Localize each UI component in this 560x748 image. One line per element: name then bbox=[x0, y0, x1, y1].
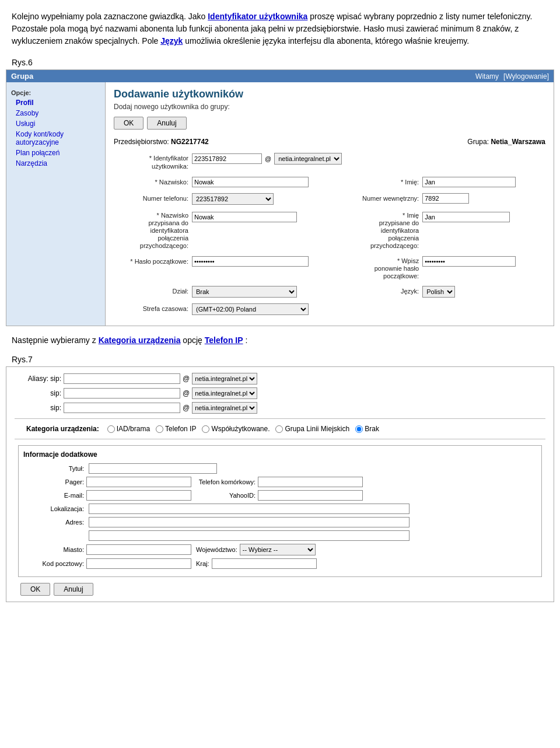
numer-wewnetrzny-input[interactable] bbox=[422, 193, 469, 204]
ok-button-bottom[interactable]: OK bbox=[20, 583, 50, 596]
ok-button-top[interactable]: OK bbox=[114, 117, 144, 130]
przedsiebiorstwo-label: Przedsiębiorstwo: bbox=[114, 138, 169, 146]
grupa-label: Grupa: bbox=[467, 138, 489, 146]
link-identyfikator[interactable]: Identyfikator użytkownika bbox=[208, 12, 307, 21]
cancel-button-bottom[interactable]: Anuluj bbox=[54, 583, 93, 596]
alias-input-3[interactable] bbox=[64, 403, 180, 413]
sidebar-link-zasoby[interactable]: Zasoby bbox=[16, 109, 38, 117]
sidebar-link-narzedzia[interactable]: Narzędzia bbox=[16, 159, 47, 167]
sidebar-link-kody[interactable]: Kody kont/kody autoryzacyjne bbox=[16, 130, 64, 146]
sidebar-link-plan[interactable]: Plan połączeń bbox=[16, 149, 60, 157]
sidebar-item-profil[interactable]: Profil bbox=[6, 97, 105, 108]
radio-glm-input[interactable] bbox=[275, 425, 283, 433]
alias-domain-select-3[interactable]: netia.integralnet.pl bbox=[192, 402, 257, 414]
kategoria-radio-row: Kategoria urządzenia: IAD/brama Telefon … bbox=[15, 425, 545, 433]
field-nazwisko-przypisana: * Nazwiskoprzypisana doidentyfikatorapoł… bbox=[114, 209, 344, 251]
pager-input[interactable] bbox=[86, 477, 191, 487]
sidebar-item-plan[interactable]: Plan połączeń bbox=[6, 148, 105, 158]
alias-input-1[interactable] bbox=[64, 373, 180, 384]
radio-telefon-ip: Telefon IP bbox=[156, 425, 196, 433]
right-spacer-strefa bbox=[344, 302, 545, 320]
alias-domain-select-1[interactable]: netia.integralnet.pl bbox=[192, 373, 257, 385]
strefa-select[interactable]: (GMT+02:00) Poland bbox=[192, 303, 309, 315]
radio-iad-input[interactable] bbox=[107, 425, 115, 433]
cancel-button-top[interactable]: Anuluj bbox=[147, 117, 186, 130]
imie-input[interactable] bbox=[422, 177, 516, 187]
dzial-label: Dział: bbox=[116, 286, 192, 295]
field-pager-telefon: Pager: Telefon komórkowy: bbox=[26, 477, 534, 487]
rys6-label: Rys.6 bbox=[0, 53, 560, 69]
nazwisko-input-group bbox=[192, 177, 309, 187]
at-separator: @ bbox=[264, 155, 272, 162]
radio-iad-label: IAD/brama bbox=[117, 425, 150, 433]
link-kategoria[interactable]: Kategoria urządzenia bbox=[99, 335, 181, 345]
at-separator-a3: @ bbox=[183, 404, 190, 412]
alias-input-2[interactable] bbox=[64, 388, 180, 399]
kraj-input[interactable] bbox=[212, 558, 317, 569]
col-tel-komorka: Telefon komórkowy: bbox=[197, 477, 363, 487]
dzial-select[interactable]: Brak bbox=[192, 286, 297, 298]
adres-input1[interactable] bbox=[89, 517, 410, 527]
col-kraj: Kraj: bbox=[196, 558, 317, 569]
prose1-text3: umożliwia określenie języka interfejsu d… bbox=[183, 36, 469, 46]
identyfikator-input-group: @ netia.integralnet.pl bbox=[192, 153, 342, 165]
email-input[interactable] bbox=[86, 490, 191, 501]
app-frame-rys7: Aliasy: sip: @ netia.integralnet.pl sip:… bbox=[6, 366, 554, 602]
numer-telefonu-select[interactable]: 223517892 bbox=[192, 193, 274, 205]
numer-telefonu-input-group: 223517892 bbox=[192, 193, 274, 205]
miasto-input[interactable] bbox=[86, 544, 191, 555]
imie-label: * Imię: bbox=[346, 177, 422, 186]
header-right: Witamy [Wylogowanie] bbox=[475, 72, 549, 81]
field-tytul: Tytuł: bbox=[26, 463, 534, 474]
kod-input[interactable] bbox=[86, 558, 191, 569]
field-email-yahoo: E-mail: YahooID: bbox=[26, 490, 534, 501]
sidebar-item-narzedzia[interactable]: Narzędzia bbox=[6, 158, 105, 169]
sidebar-item-uslugi[interactable]: Usługi bbox=[6, 118, 105, 129]
right-spacer-1 bbox=[344, 152, 545, 176]
adres-input2[interactable] bbox=[89, 530, 410, 541]
kraj-label: Kraj: bbox=[196, 560, 209, 567]
field-jezyk: Język: Polish bbox=[344, 285, 545, 299]
alias-row-1: Aliasy: sip: @ netia.integralnet.pl bbox=[15, 373, 545, 385]
nazwisko-input[interactable] bbox=[192, 177, 309, 187]
haslo-input[interactable] bbox=[192, 256, 309, 267]
nazwisko-przypisana-input[interactable] bbox=[192, 212, 297, 222]
radio-brak-label: Brak bbox=[365, 425, 379, 433]
radio-wspoluzytk-input[interactable] bbox=[202, 425, 209, 433]
lokalizacja-input[interactable] bbox=[89, 504, 410, 514]
wpisz-ponownie-input[interactable] bbox=[422, 256, 516, 267]
radio-wspoluzytk: Współużytkowane. bbox=[202, 425, 270, 433]
radio-brak-input[interactable] bbox=[355, 425, 363, 433]
radio-telefon-ip-input[interactable] bbox=[156, 425, 163, 433]
link-telefon-ip[interactable]: Telefon IP bbox=[205, 335, 243, 345]
alias-domain-select-2[interactable]: netia.integralnet.pl bbox=[192, 387, 257, 399]
numer-wewnetrzny-label: Numer wewnętrzny: bbox=[346, 193, 422, 202]
yahoo-input[interactable] bbox=[258, 490, 363, 501]
link-jezyk[interactable]: Język bbox=[160, 36, 183, 46]
radio-glm: Grupa Linii Miejskich bbox=[275, 425, 349, 433]
domain-select[interactable]: netia.integralnet.pl bbox=[274, 153, 342, 165]
radio-glm-label: Grupa Linii Miejskich bbox=[285, 425, 349, 433]
rys7-label: Rys.7 bbox=[0, 350, 560, 366]
jezyk-select[interactable]: Polish bbox=[422, 286, 455, 298]
imie-przypisane-input[interactable] bbox=[422, 212, 510, 222]
tytul-input[interactable] bbox=[89, 463, 217, 474]
imie-przypisane-input-group bbox=[422, 211, 510, 222]
imie-input-group bbox=[422, 177, 516, 187]
wojewodztwo-select[interactable]: -- Wybierz -- bbox=[240, 544, 316, 555]
kategoria-label: Kategoria urządzenia: bbox=[26, 425, 99, 433]
sidebar-item-zasoby[interactable]: Zasoby bbox=[6, 108, 105, 118]
tel-komorka-input[interactable] bbox=[258, 477, 363, 487]
sidebar-item-kody[interactable]: Kody kont/kody autoryzacyjne bbox=[6, 129, 105, 148]
sidebar-link-uslugi[interactable]: Usługi bbox=[16, 120, 35, 128]
col-miasto: Miasto: bbox=[26, 544, 191, 555]
haslo-input-group bbox=[192, 256, 309, 267]
jezyk-label: Język: bbox=[346, 286, 422, 295]
logout-link[interactable]: [Wylogowanie] bbox=[503, 72, 549, 81]
pager-label: Pager: bbox=[26, 478, 84, 485]
identyfikator-input[interactable] bbox=[192, 153, 262, 164]
nazwisko-przypisana-label: * Nazwiskoprzypisana doidentyfikatorapoł… bbox=[116, 211, 192, 250]
sidebar-link-profil[interactable]: Profil bbox=[16, 99, 34, 107]
field-numer-telefonu: Numer telefonu: 223517892 bbox=[114, 192, 344, 206]
identyfikator-label: * Identyfikator użytkownika: bbox=[116, 153, 192, 171]
